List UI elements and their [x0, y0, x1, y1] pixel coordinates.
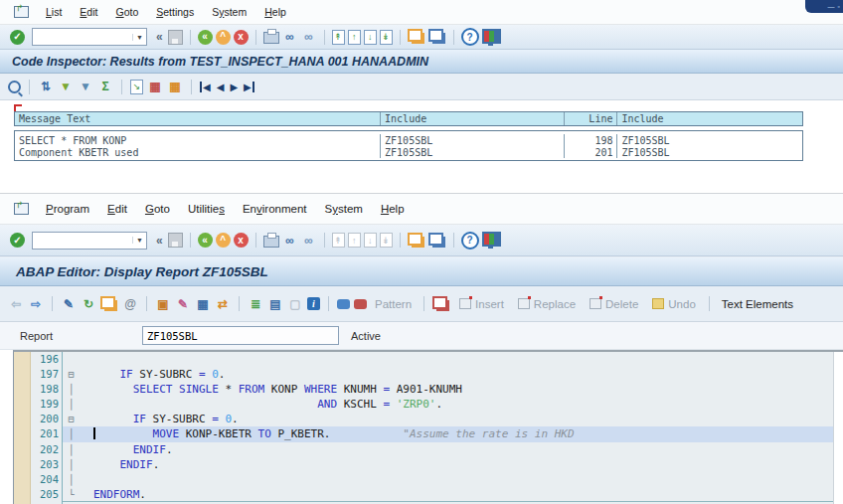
result-row[interactable]: SELECT * FROM KONPZF105SBL198ZF105SBL	[15, 134, 802, 146]
command-input[interactable]	[33, 234, 132, 248]
dropdown-arrow-icon[interactable]: ▼	[132, 34, 146, 41]
sum-icon[interactable]: Σ	[97, 79, 113, 94]
insert-button[interactable]: Insert	[454, 298, 509, 310]
last-page-icon[interactable]: ↡	[380, 233, 393, 248]
move-icon[interactable]: ⇄	[215, 296, 231, 312]
info-icon[interactable]: i	[307, 297, 320, 310]
window-controls[interactable]: — ▫	[805, 0, 843, 13]
display-change-icon[interactable]: ✎	[61, 296, 77, 312]
column-header-include[interactable]: Include	[617, 112, 802, 125]
breakpoint-margin[interactable]	[14, 457, 31, 472]
find-next-icon[interactable]: ∞	[301, 29, 317, 45]
code-line[interactable]: 198│ SELECT SINGLE * FROM KONP WHERE KNU…	[14, 382, 843, 397]
code-line[interactable]: 203│ ENDIF.	[14, 457, 843, 472]
first-page-icon[interactable]: ↟	[332, 233, 345, 248]
breakpoint-margin[interactable]	[14, 442, 31, 457]
previous-page-icon[interactable]: ↑	[348, 30, 361, 45]
menu-system[interactable]: System	[203, 6, 255, 18]
object-list-icon[interactable]: ≣	[248, 296, 263, 312]
code-editor[interactable]: 196197⊟ IF SY-SUBRC = 0.198│ SELECT SING…	[13, 350, 843, 504]
customize-local-layout-icon[interactable]	[482, 29, 501, 44]
pattern-button[interactable]: Pattern	[371, 298, 416, 310]
text-elements-button[interactable]: Text Elements	[718, 298, 797, 310]
collapse-toolbar-icon[interactable]: «	[154, 234, 165, 248]
enter-icon[interactable]: ✓	[10, 233, 25, 248]
last-record-icon[interactable]: ▶	[243, 82, 254, 92]
menu-settings[interactable]: Settings	[147, 6, 203, 18]
up-icon[interactable]: ^	[216, 233, 231, 248]
breakpoint-margin[interactable]	[14, 412, 31, 426]
breakpoint-margin[interactable]	[14, 367, 31, 382]
fold-collapse-icon[interactable]: ⊟	[63, 412, 80, 426]
next-record-icon[interactable]: ▶	[229, 82, 239, 92]
command-field[interactable]: ▼	[32, 28, 147, 46]
menu-utilities[interactable]: Utilities	[179, 203, 234, 215]
dropdown-arrow-icon[interactable]: ▼	[132, 237, 146, 244]
code-line[interactable]: 200⊟ IF SY-SUBRC = 0.	[14, 412, 843, 426]
first-record-icon[interactable]: ◀	[200, 82, 212, 92]
menu-program[interactable]: Program	[37, 203, 98, 215]
code-line[interactable]: 199│ AND KSCHL = 'ZRP0'.	[14, 397, 843, 412]
help-icon[interactable]: ?	[461, 28, 479, 46]
first-page-icon[interactable]: ↟	[332, 30, 345, 45]
sort-ascending-icon[interactable]: ⇅	[38, 79, 54, 94]
breakpoint-margin[interactable]	[14, 487, 31, 502]
new-session-icon[interactable]	[408, 233, 422, 246]
previous-record-icon[interactable]: ◀	[216, 82, 226, 92]
copy-icon[interactable]	[100, 296, 115, 309]
export-icon[interactable]: ↘	[130, 80, 143, 94]
next-page-icon[interactable]: ↓	[364, 30, 377, 45]
help-icon[interactable]: ?	[461, 232, 479, 250]
pretty-printer-icon[interactable]: ✎	[175, 296, 191, 312]
code-line[interactable]: 202│ ENDIF.	[14, 442, 843, 457]
print-icon[interactable]	[263, 32, 279, 44]
find-icon[interactable]: ∞	[282, 233, 298, 249]
table-view-icon[interactable]: ▦	[167, 79, 183, 94]
breakpoint-margin[interactable]	[14, 352, 31, 367]
breakpoint-margin[interactable]	[14, 472, 31, 487]
table-maintenance-icon[interactable]: ▦	[195, 296, 211, 312]
breakpoint-margin[interactable]	[14, 397, 31, 412]
next-page-icon[interactable]: ↓	[364, 233, 377, 248]
previous-page-icon[interactable]: ↑	[348, 233, 361, 248]
command-field[interactable]: ▼	[32, 232, 147, 250]
sap-shortcut-icon[interactable]	[428, 233, 443, 246]
where-used-icon[interactable]	[337, 299, 350, 309]
breakpoint-margin[interactable]	[14, 382, 31, 397]
enhance-icon[interactable]: ▣	[155, 296, 171, 312]
report-input[interactable]	[142, 326, 339, 345]
maximize-icon[interactable]: ▫	[838, 3, 840, 10]
up-icon[interactable]: ^	[216, 30, 231, 45]
back-icon[interactable]: «	[198, 30, 213, 45]
modify-blocks-icon[interactable]	[432, 296, 447, 309]
display-variant-icon[interactable]: ▦	[147, 79, 163, 94]
command-input[interactable]	[33, 30, 132, 44]
refresh-icon[interactable]: ↻	[81, 296, 96, 312]
exit-icon[interactable]: x	[234, 233, 249, 248]
minimize-icon[interactable]: —	[828, 3, 835, 10]
inactive-box-icon[interactable]: ▢	[287, 296, 303, 312]
sap-shortcut-icon[interactable]	[428, 29, 443, 42]
menu-system[interactable]: System	[316, 203, 372, 215]
menu-edit[interactable]: Edit	[98, 203, 136, 215]
collapse-toolbar-icon[interactable]: «	[154, 30, 165, 44]
column-header-message-text[interactable]: Message Text	[15, 112, 381, 125]
choose-detail-icon[interactable]	[8, 81, 21, 93]
code-line[interactable]: 204│	[14, 472, 843, 487]
code-line[interactable]: 197⊟ IF SY-SUBRC = 0.	[14, 367, 843, 382]
menu-list[interactable]: List	[37, 6, 71, 18]
menu-goto[interactable]: Goto	[136, 203, 179, 215]
undo-button[interactable]: Undo	[647, 298, 701, 310]
back-icon[interactable]: «	[198, 233, 213, 248]
menu-help[interactable]: Help	[255, 6, 295, 18]
editor-scrollbar[interactable]	[833, 352, 843, 504]
forward-arrow-icon[interactable]: ⇨	[28, 296, 44, 312]
delete-filter-icon[interactable]: ▼	[78, 79, 93, 94]
comment-icon[interactable]	[354, 299, 367, 309]
breakpoint-margin[interactable]	[14, 426, 31, 441]
delete-button[interactable]: Delete	[585, 298, 643, 310]
fold-collapse-icon[interactable]: ⊟	[63, 367, 80, 382]
replace-button[interactable]: Replace	[513, 298, 581, 310]
enter-icon[interactable]: ✓	[10, 30, 25, 45]
customize-local-layout-icon[interactable]	[482, 232, 501, 247]
